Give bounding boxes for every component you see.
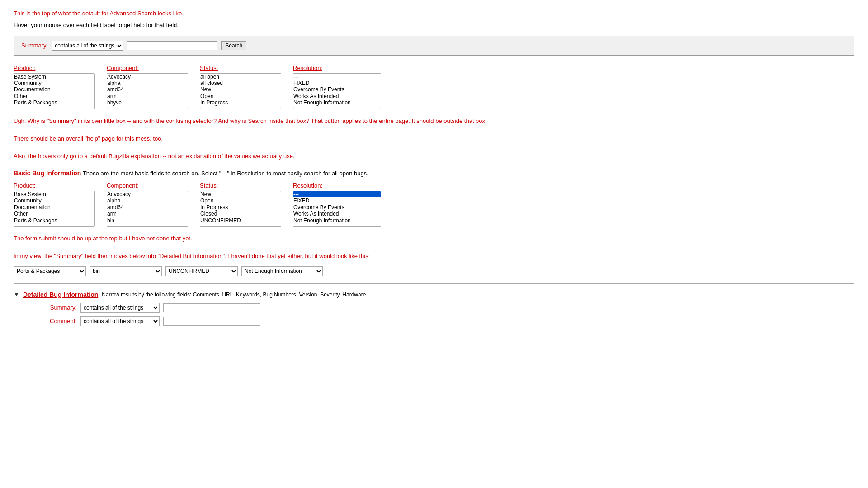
detail-comment-row: Comment: contains all of the strings con… [41,316,854,326]
detail-desc: Narrow results by the following fields: … [102,291,366,298]
resolution-label-basic[interactable]: Resolution: [293,182,381,189]
detail-comment-label[interactable]: Comment: [41,318,77,324]
detail-summary-select[interactable]: contains all of the strings contains the… [80,303,160,313]
basic-section: Basic Bug Information These are the most… [14,169,854,227]
commentary-2: The form submit should be up at the top … [14,234,854,261]
status-label-basic[interactable]: Status: [200,182,286,189]
basic-heading-desc: These are the most basic fields to searc… [83,170,368,177]
basic-section-heading: Basic Bug Information These are the most… [14,169,854,177]
commentary-1-line3: Also, the hovers only go to a default Bu… [14,152,854,161]
status-col-basic: Status: New Open In Progress Closed UNCO… [200,182,286,227]
basic-heading-bold: Basic Bug Information [14,169,81,177]
product-listbox-top[interactable]: Base System Community Documentation Othe… [14,73,95,109]
basic-fields-row: Product: Base System Community Documenta… [14,182,854,227]
component-label-basic[interactable]: Component: [107,182,193,189]
product-label-top[interactable]: Product: [14,65,99,71]
detail-comment-select[interactable]: contains all of the strings contains the… [80,316,160,326]
product-col-top: Product: Base System Community Documenta… [14,65,99,109]
intro-top-note: This is the top of what the default for … [14,9,854,18]
commentary-2-line1: The form submit should be up at the top … [14,234,854,243]
summary-select[interactable]: contains all of the strings contains the… [52,41,123,51]
detailed-section: ▼ Detailed Bug Information Narrow result… [14,291,854,326]
detail-comment-input[interactable] [163,317,260,326]
status-label-top[interactable]: Status: [200,65,286,71]
resolution-col-top: Resolution: --- FIXED Overcome By Events… [293,65,381,109]
preview-status-select[interactable]: UNCONFIRMED [165,266,238,276]
summary-label[interactable]: Summary: [21,42,48,49]
product-listbox-basic[interactable]: Base System Community Documentation Othe… [14,191,95,227]
preview-component-select[interactable]: bin [90,266,162,276]
product-col-basic: Product: Base System Community Documenta… [14,182,99,227]
status-listbox-basic[interactable]: New Open In Progress Closed UNCONFIRMED [200,191,281,227]
detail-summary-label[interactable]: Summary: [41,304,77,311]
preview-resolution-select[interactable]: Not Enough Information [241,266,323,276]
summary-input[interactable] [127,41,217,50]
detail-summary-row: Summary: contains all of the strings con… [41,303,854,313]
component-listbox-top[interactable]: Advocacy alpha amd64 arm bhyve [107,73,188,109]
resolution-label-top[interactable]: Resolution: [293,65,381,71]
detail-title[interactable]: Detailed Bug Information [23,291,98,298]
search-button[interactable]: Search [221,41,246,50]
top-fields-row: Product: Base System Community Documenta… [14,65,854,109]
resolution-col-basic: Resolution: --- FIXED Overcome By Events… [293,182,381,227]
component-col-top: Component: Advocacy alpha amd64 arm bhyv… [107,65,193,109]
component-col-basic: Component: Advocacy alpha amd64 arm bin [107,182,193,227]
status-col-top: Status: all open all closed New Open In … [200,65,286,109]
commentary-1: Ugh. Why is "Summary" in its own little … [14,117,854,161]
preview-product-select[interactable]: Ports & Packages [14,266,86,276]
resolution-listbox-basic[interactable]: --- FIXED Overcome By Events Works As In… [293,191,381,227]
product-label-basic[interactable]: Product: [14,182,99,189]
commentary-1-line1: Ugh. Why is "Summary" in its own little … [14,117,854,126]
triangle-icon[interactable]: ▼ [14,291,19,298]
hover-note: Hover your mouse over each field label t… [14,22,854,28]
commentary-1-line2: There should be an overall "help" page f… [14,134,854,143]
main-divider [14,283,854,284]
preview-row: Ports & Packages bin UNCONFIRMED Not Eno… [14,266,854,276]
commentary-2-line2: In my view, the "Summary" field then mov… [14,252,854,261]
component-label-top[interactable]: Component: [107,65,193,71]
status-listbox-top[interactable]: all open all closed New Open In Progress [200,73,281,109]
detail-header: ▼ Detailed Bug Information Narrow result… [14,291,854,298]
summary-bar: Summary: contains all of the strings con… [14,36,854,56]
resolution-listbox-top[interactable]: --- FIXED Overcome By Events Works As In… [293,73,381,109]
component-listbox-basic[interactable]: Advocacy alpha amd64 arm bin [107,191,188,227]
detail-summary-input[interactable] [163,303,260,312]
